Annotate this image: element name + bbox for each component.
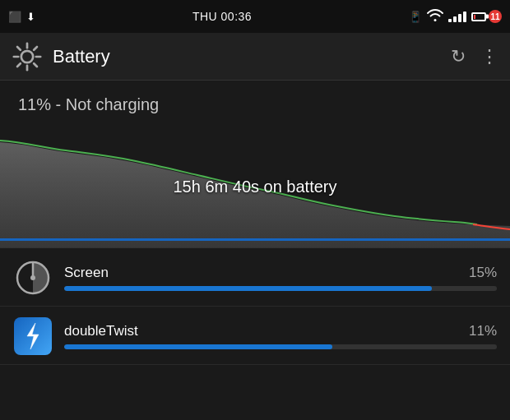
screen-usage-item[interactable]: Screen 15% — [0, 248, 510, 307]
svg-line-8 — [17, 63, 21, 67]
phone-icon: 📱 — [409, 11, 422, 23]
action-bar-actions: ↻ ⋮ — [451, 46, 498, 67]
gear-icon — [12, 42, 42, 72]
battery-status-text: 11% - Not charging — [0, 81, 510, 126]
page-title: Battery — [53, 46, 451, 67]
refresh-button[interactable]: ↻ — [451, 46, 466, 67]
battery-chart-svg — [0, 126, 510, 247]
battery-icon — [471, 12, 486, 21]
svg-line-6 — [34, 63, 37, 67]
chart-bottom-line — [0, 238, 510, 241]
notification-icon: ⬛ — [8, 11, 21, 23]
download-icon: ⬇ — [26, 11, 35, 23]
svg-marker-11 — [27, 323, 39, 349]
screen-info: Screen 15% — [64, 265, 497, 291]
screen-icon — [13, 258, 53, 298]
content-area: 11% - Not charging 15h 6m 40s on battery — [0, 81, 510, 365]
screen-bar-fill — [64, 286, 432, 291]
action-bar: Battery ↻ ⋮ — [0, 33, 510, 81]
settings-icon-container — [12, 41, 43, 72]
screen-percent: 15% — [469, 265, 497, 281]
status-bar-right: 📱 11 — [409, 8, 502, 25]
doubletwist-info: doubleTwist 11% — [64, 323, 497, 349]
screen-label: Screen — [64, 265, 109, 281]
more-options-button[interactable]: ⋮ — [480, 46, 498, 67]
battery-indicator: 11 — [471, 10, 502, 23]
svg-line-7 — [34, 47, 37, 50]
doubletwist-icon-shape — [14, 317, 52, 355]
doubletwist-label: doubleTwist — [64, 323, 138, 339]
wifi-icon — [427, 8, 443, 25]
doubletwist-usage-item[interactable]: doubleTwist 11% — [0, 307, 510, 365]
svg-point-0 — [21, 50, 33, 62]
doubletwist-bar-bg — [64, 344, 497, 349]
status-bar-left: ⬛ ⬇ — [8, 11, 35, 23]
svg-line-5 — [17, 47, 21, 50]
signal-strength-icon — [448, 12, 466, 22]
status-bar: ⬛ ⬇ THU 00:36 📱 11 — [0, 0, 510, 33]
battery-chart: 15h 6m 40s on battery — [0, 126, 510, 247]
doubletwist-bar-fill — [64, 344, 332, 349]
screen-bar-bg — [64, 286, 497, 291]
battery-badge: 11 — [489, 10, 502, 23]
status-bar-time: THU 00:36 — [192, 10, 252, 23]
doubletwist-icon — [13, 316, 53, 356]
doubletwist-percent: 11% — [469, 323, 497, 339]
screen-icon-svg — [16, 261, 50, 295]
